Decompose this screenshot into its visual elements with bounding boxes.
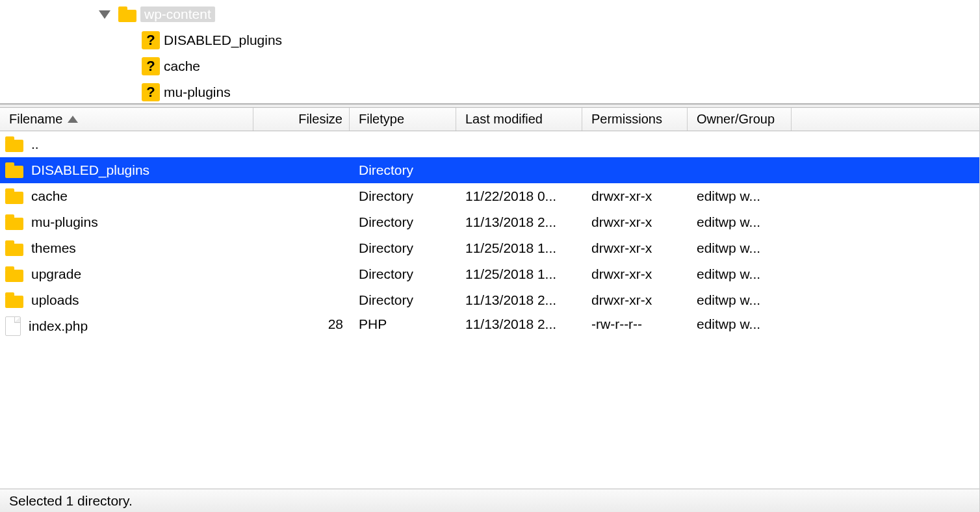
cell-last-modified: 11/22/2018 0... bbox=[456, 188, 582, 204]
file-row[interactable]: uploadsDirectory11/13/2018 2...drwxr-xr-… bbox=[0, 287, 979, 313]
file-list-pane: Filename Filesize Filetype Last modified… bbox=[0, 108, 979, 512]
chevron-down-icon[interactable] bbox=[99, 10, 110, 19]
filename-text: mu-plugins bbox=[31, 214, 98, 230]
cell-permissions: drwxr-xr-x bbox=[582, 240, 688, 256]
cell-filetype: Directory bbox=[350, 240, 456, 256]
folder-icon bbox=[5, 240, 23, 256]
cell-filename: index.php bbox=[0, 316, 253, 336]
file-row[interactable]: DISABLED_pluginsDirectory bbox=[0, 157, 979, 183]
cell-filesize bbox=[253, 266, 350, 282]
folder-icon bbox=[5, 188, 23, 204]
cell-last-modified bbox=[456, 136, 582, 152]
cell-owner-group: editwp w... bbox=[688, 266, 792, 282]
filename-text: DISABLED_plugins bbox=[31, 162, 149, 178]
cell-filesize bbox=[253, 240, 350, 256]
cell-owner-group: editwp w... bbox=[688, 214, 792, 230]
file-row[interactable]: .. bbox=[0, 131, 979, 157]
column-header-owner-group[interactable]: Owner/Group bbox=[688, 108, 792, 131]
column-header-row: Filename Filesize Filetype Last modified… bbox=[0, 108, 979, 131]
file-list-body[interactable]: ..DISABLED_pluginsDirectorycacheDirector… bbox=[0, 131, 979, 489]
filename-text: cache bbox=[31, 188, 68, 204]
column-header-filetype[interactable]: Filetype bbox=[350, 108, 456, 131]
column-label: Permissions bbox=[591, 112, 662, 127]
cell-owner-group bbox=[688, 162, 792, 178]
cell-filename: mu-plugins bbox=[0, 214, 253, 230]
column-header-filename[interactable]: Filename bbox=[0, 108, 253, 131]
cell-filename: .. bbox=[0, 136, 253, 152]
folder-icon bbox=[5, 292, 23, 308]
status-text: Selected 1 directory. bbox=[9, 493, 133, 509]
folder-icon bbox=[5, 214, 23, 230]
tree-row-child[interactable]: ? DISABLED_plugins bbox=[0, 27, 979, 53]
file-row[interactable]: index.php28PHP11/13/2018 2...-rw-r--r--e… bbox=[0, 313, 979, 339]
tree-label: DISABLED_plugins bbox=[164, 32, 282, 48]
cell-filesize bbox=[253, 188, 350, 204]
cell-filesize bbox=[253, 214, 350, 230]
column-label: Last modified bbox=[465, 112, 543, 127]
filename-text: index.php bbox=[29, 318, 88, 334]
file-row[interactable]: mu-pluginsDirectory11/13/2018 2...drwxr-… bbox=[0, 209, 979, 235]
cell-permissions: drwxr-xr-x bbox=[582, 214, 688, 230]
cell-owner-group bbox=[688, 136, 792, 152]
cell-filetype bbox=[350, 136, 456, 152]
tree-label: cache bbox=[164, 58, 200, 74]
cell-permissions: drwxr-xr-x bbox=[582, 292, 688, 308]
cell-filesize bbox=[253, 136, 350, 152]
cell-last-modified: 11/13/2018 2... bbox=[456, 214, 582, 230]
unknown-icon: ? bbox=[142, 83, 160, 101]
column-label: Owner/Group bbox=[697, 112, 775, 127]
filename-text: themes bbox=[31, 240, 76, 256]
cell-last-modified: 11/25/2018 1... bbox=[456, 240, 582, 256]
cell-filetype: Directory bbox=[350, 162, 456, 178]
cell-last-modified bbox=[456, 162, 582, 178]
file-icon bbox=[5, 316, 21, 336]
tree-label: wp-content bbox=[140, 6, 215, 22]
remote-tree-pane[interactable]: wp-content ? DISABLED_plugins ? cache ? … bbox=[0, 0, 979, 104]
column-label: Filename bbox=[9, 112, 62, 127]
cell-last-modified: 11/13/2018 2... bbox=[456, 292, 582, 308]
column-label: Filesize bbox=[298, 112, 342, 127]
cell-owner-group: editwp w... bbox=[688, 240, 792, 256]
column-label: Filetype bbox=[359, 112, 404, 127]
folder-icon bbox=[5, 136, 23, 152]
cell-filename: themes bbox=[0, 240, 253, 256]
filename-text: uploads bbox=[31, 292, 79, 308]
cell-filetype: Directory bbox=[350, 188, 456, 204]
cell-filetype: Directory bbox=[350, 292, 456, 308]
file-row[interactable]: cacheDirectory11/22/2018 0...drwxr-xr-xe… bbox=[0, 183, 979, 209]
file-row[interactable]: upgradeDirectory11/25/2018 1...drwxr-xr-… bbox=[0, 261, 979, 287]
cell-permissions bbox=[582, 136, 688, 152]
tree-row-child[interactable]: ? cache bbox=[0, 53, 979, 79]
cell-owner-group: editwp w... bbox=[688, 316, 792, 336]
cell-filetype: Directory bbox=[350, 266, 456, 282]
sort-asc-icon bbox=[68, 116, 78, 123]
column-header-permissions[interactable]: Permissions bbox=[582, 108, 688, 131]
folder-icon bbox=[5, 162, 23, 178]
unknown-icon: ? bbox=[142, 31, 160, 49]
cell-permissions: drwxr-xr-x bbox=[582, 266, 688, 282]
cell-last-modified: 11/25/2018 1... bbox=[456, 266, 582, 282]
tree-label: mu-plugins bbox=[164, 84, 231, 100]
cell-filesize bbox=[253, 292, 350, 308]
folder-icon bbox=[118, 6, 136, 22]
column-header-filesize[interactable]: Filesize bbox=[253, 108, 350, 131]
folder-icon bbox=[5, 266, 23, 282]
column-header-last-modified[interactable]: Last modified bbox=[456, 108, 582, 131]
cell-filesize: 28 bbox=[253, 316, 350, 336]
cell-filename: cache bbox=[0, 188, 253, 204]
tree-row-child[interactable]: ? mu-plugins bbox=[0, 79, 979, 104]
cell-owner-group: editwp w... bbox=[688, 292, 792, 308]
cell-filename: uploads bbox=[0, 292, 253, 308]
filename-text: .. bbox=[31, 136, 39, 152]
cell-filename: DISABLED_plugins bbox=[0, 162, 253, 178]
status-bar: Selected 1 directory. bbox=[0, 489, 979, 512]
cell-filesize bbox=[253, 162, 350, 178]
filename-text: upgrade bbox=[31, 266, 81, 282]
cell-permissions: drwxr-xr-x bbox=[582, 188, 688, 204]
unknown-icon: ? bbox=[142, 57, 160, 75]
file-row[interactable]: themesDirectory11/25/2018 1...drwxr-xr-x… bbox=[0, 235, 979, 261]
cell-permissions: -rw-r--r-- bbox=[582, 316, 688, 336]
tree-row-wp-content[interactable]: wp-content bbox=[0, 1, 979, 27]
cell-owner-group: editwp w... bbox=[688, 188, 792, 204]
cell-last-modified: 11/13/2018 2... bbox=[456, 316, 582, 336]
